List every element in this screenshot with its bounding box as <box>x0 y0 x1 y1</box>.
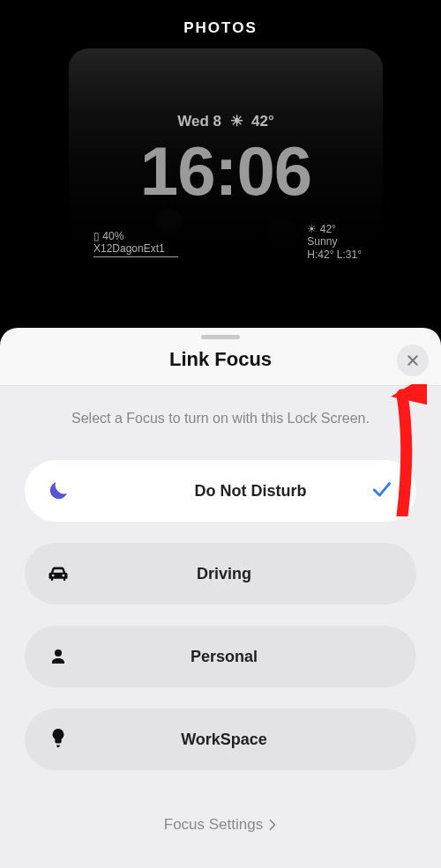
focus-label: Personal <box>85 648 416 666</box>
weather-condition: Sunny <box>307 235 362 248</box>
gallery-title: PHOTOS <box>0 19 441 37</box>
close-button[interactable] <box>397 345 429 376</box>
focus-item-do-not-disturb[interactable]: Do Not Disturb <box>25 460 416 522</box>
focus-label: WorkSpace <box>85 731 416 749</box>
sun-icon: ☀︎ <box>307 223 317 235</box>
battery-icon: ▯ <box>93 230 100 242</box>
widget-underline <box>93 256 178 257</box>
sheet-title: Link Focus <box>0 348 441 371</box>
lightbulb-icon <box>32 727 85 752</box>
battery-pct: 40% <box>102 230 123 242</box>
checkmark-icon <box>370 478 393 504</box>
focus-item-driving[interactable]: Driving <box>25 543 416 605</box>
weather-hi-lo: H:42° L:31° <box>307 249 362 261</box>
focus-item-personal[interactable]: Personal <box>25 626 416 687</box>
wallpaper-card-current[interactable]: Wed 8 ☀︎ 42° 16:06 ▯ 40% X12DagonExt1 ☀︎… <box>69 48 383 348</box>
chevron-right-icon <box>268 819 277 831</box>
lockscreen-date: Wed 8 <box>177 113 221 130</box>
focus-item-workspace[interactable]: WorkSpace <box>25 708 416 770</box>
weather-temp: 42° <box>320 223 336 235</box>
focus-settings-link[interactable]: Focus Settings <box>164 816 277 834</box>
sheet-body: Select a Focus to turn on with this Lock… <box>0 386 441 868</box>
person-icon <box>32 646 85 667</box>
sheet-subtitle: Select a Focus to turn on with this Lock… <box>71 411 370 427</box>
focus-label: Do Not Disturb <box>85 482 416 501</box>
battery-wifi-widget: ▯ 40% X12DagonExt1 <box>93 230 178 257</box>
lockscreen-time: 16:06 <box>69 131 383 211</box>
close-icon <box>406 353 420 367</box>
lockscreen-temp: 42° <box>251 113 274 130</box>
moon-icon <box>32 479 85 502</box>
weather-widget: ☀︎ 42° Sunny H:42° L:31° <box>307 223 362 261</box>
lockscreen-date-row: Wed 8 ☀︎ 42° <box>69 112 383 130</box>
wifi-name: X12DagonExt1 <box>93 242 178 255</box>
link-focus-sheet: Link Focus Select a Focus to turn on wit… <box>0 328 441 868</box>
wallpaper-carousel[interactable]: Wed 8 ☀︎ 42° 16:06 ▯ 40% X12DagonExt1 ☀︎… <box>0 48 441 348</box>
sheet-header: Link Focus <box>0 339 441 386</box>
focus-label: Driving <box>85 565 416 583</box>
focus-settings-label: Focus Settings <box>164 816 263 834</box>
sun-icon: ☀︎ <box>230 113 243 130</box>
car-icon <box>32 561 85 586</box>
